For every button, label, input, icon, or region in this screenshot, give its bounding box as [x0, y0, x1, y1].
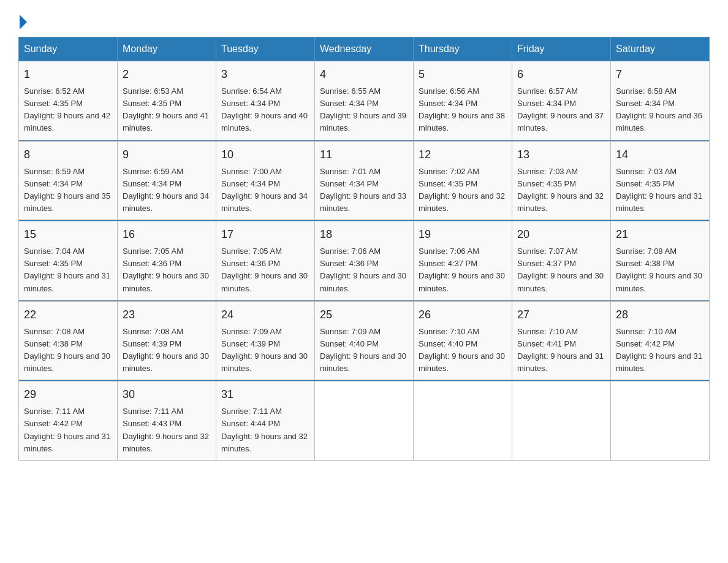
day-info: Sunrise: 7:03 AMSunset: 4:35 PMDaylight:… [616, 167, 702, 213]
calendar-week-row: 8 Sunrise: 6:59 AMSunset: 4:34 PMDayligh… [19, 141, 710, 220]
day-number: 10 [221, 147, 309, 163]
day-info: Sunrise: 6:58 AMSunset: 4:34 PMDaylight:… [616, 86, 702, 132]
calendar-cell [414, 381, 512, 461]
day-info: Sunrise: 6:59 AMSunset: 4:34 PMDaylight:… [123, 167, 209, 213]
calendar-cell: 9 Sunrise: 6:59 AMSunset: 4:34 PMDayligh… [118, 141, 216, 220]
day-number: 13 [517, 147, 605, 163]
day-number: 12 [419, 147, 507, 163]
calendar-week-row: 22 Sunrise: 7:08 AMSunset: 4:38 PMDaylig… [19, 301, 710, 380]
day-info: Sunrise: 7:10 AMSunset: 4:42 PMDaylight:… [616, 327, 702, 373]
calendar-cell: 2 Sunrise: 6:53 AMSunset: 4:35 PMDayligh… [118, 61, 216, 140]
calendar-cell: 5 Sunrise: 6:56 AMSunset: 4:34 PMDayligh… [414, 61, 512, 140]
day-info: Sunrise: 7:09 AMSunset: 4:40 PMDaylight:… [320, 327, 406, 373]
calendar-cell: 17 Sunrise: 7:05 AMSunset: 4:36 PMDaylig… [216, 221, 315, 301]
day-number: 16 [123, 226, 211, 243]
day-info: Sunrise: 7:04 AMSunset: 4:35 PMDaylight:… [24, 247, 110, 293]
calendar-cell [611, 381, 710, 461]
day-info: Sunrise: 7:06 AMSunset: 4:37 PMDaylight:… [419, 247, 505, 293]
day-number: 27 [517, 307, 605, 323]
calendar-cell: 15 Sunrise: 7:04 AMSunset: 4:35 PMDaylig… [19, 221, 118, 301]
calendar-cell: 16 Sunrise: 7:05 AMSunset: 4:36 PMDaylig… [118, 221, 216, 301]
calendar-week-row: 29 Sunrise: 7:11 AMSunset: 4:42 PMDaylig… [19, 381, 710, 461]
day-info: Sunrise: 7:01 AMSunset: 4:34 PMDaylight:… [320, 167, 406, 213]
day-number: 25 [320, 307, 408, 323]
calendar-cell: 22 Sunrise: 7:08 AMSunset: 4:38 PMDaylig… [19, 301, 118, 380]
calendar-cell: 14 Sunrise: 7:03 AMSunset: 4:35 PMDaylig… [611, 141, 710, 220]
day-info: Sunrise: 6:57 AMSunset: 4:34 PMDaylight:… [517, 86, 604, 132]
calendar-cell: 10 Sunrise: 7:00 AMSunset: 4:34 PMDaylig… [216, 141, 315, 220]
day-info: Sunrise: 7:00 AMSunset: 4:34 PMDaylight:… [221, 167, 308, 213]
day-info: Sunrise: 7:05 AMSunset: 4:36 PMDaylight:… [221, 247, 308, 293]
day-number: 4 [320, 66, 408, 83]
day-info: Sunrise: 7:10 AMSunset: 4:40 PMDaylight:… [419, 327, 505, 373]
day-number: 29 [24, 386, 112, 403]
day-info: Sunrise: 7:08 AMSunset: 4:39 PMDaylight:… [123, 327, 209, 373]
calendar-cell: 20 Sunrise: 7:07 AMSunset: 4:37 PMDaylig… [512, 221, 611, 301]
day-number: 26 [419, 307, 507, 323]
calendar-cell: 30 Sunrise: 7:11 AMSunset: 4:43 PMDaylig… [118, 381, 216, 461]
col-header-monday: Monday [118, 37, 216, 61]
col-header-tuesday: Tuesday [216, 37, 315, 61]
calendar-cell: 6 Sunrise: 6:57 AMSunset: 4:34 PMDayligh… [512, 61, 611, 140]
day-info: Sunrise: 7:10 AMSunset: 4:41 PMDaylight:… [517, 327, 604, 373]
calendar-cell: 3 Sunrise: 6:54 AMSunset: 4:34 PMDayligh… [216, 61, 315, 140]
calendar-cell: 21 Sunrise: 7:08 AMSunset: 4:38 PMDaylig… [611, 221, 710, 301]
day-number: 19 [419, 226, 507, 243]
day-info: Sunrise: 7:06 AMSunset: 4:36 PMDaylight:… [320, 247, 406, 293]
day-number: 15 [24, 226, 112, 243]
calendar-cell [315, 381, 414, 461]
day-number: 2 [123, 66, 211, 83]
day-number: 7 [616, 66, 704, 83]
day-number: 14 [616, 147, 704, 163]
day-number: 5 [419, 66, 507, 83]
calendar-cell: 24 Sunrise: 7:09 AMSunset: 4:39 PMDaylig… [216, 301, 315, 380]
calendar-cell: 29 Sunrise: 7:11 AMSunset: 4:42 PMDaylig… [19, 381, 118, 461]
day-number: 9 [123, 147, 211, 163]
col-header-friday: Friday [512, 37, 611, 61]
day-number: 31 [221, 386, 309, 403]
day-info: Sunrise: 7:02 AMSunset: 4:35 PMDaylight:… [419, 167, 505, 213]
day-number: 30 [123, 386, 211, 403]
day-info: Sunrise: 6:59 AMSunset: 4:34 PMDaylight:… [24, 167, 110, 213]
day-number: 11 [320, 147, 408, 163]
col-header-sunday: Sunday [19, 37, 118, 61]
day-info: Sunrise: 6:55 AMSunset: 4:34 PMDaylight:… [320, 86, 406, 132]
calendar-table: SundayMondayTuesdayWednesdayThursdayFrid… [18, 37, 710, 461]
calendar-cell: 18 Sunrise: 7:06 AMSunset: 4:36 PMDaylig… [315, 221, 414, 301]
calendar-cell: 26 Sunrise: 7:10 AMSunset: 4:40 PMDaylig… [414, 301, 512, 380]
day-info: Sunrise: 7:09 AMSunset: 4:39 PMDaylight:… [221, 327, 308, 373]
day-number: 20 [517, 226, 605, 243]
day-info: Sunrise: 7:11 AMSunset: 4:42 PMDaylight:… [24, 407, 110, 453]
day-number: 3 [221, 66, 309, 83]
page-header [18, 12, 710, 27]
day-info: Sunrise: 6:56 AMSunset: 4:34 PMDaylight:… [419, 86, 505, 132]
day-number: 1 [24, 66, 112, 83]
calendar-cell: 31 Sunrise: 7:11 AMSunset: 4:44 PMDaylig… [216, 381, 315, 461]
calendar-cell: 7 Sunrise: 6:58 AMSunset: 4:34 PMDayligh… [611, 61, 710, 140]
col-header-wednesday: Wednesday [315, 37, 414, 61]
calendar-cell: 8 Sunrise: 6:59 AMSunset: 4:34 PMDayligh… [19, 141, 118, 220]
calendar-cell: 28 Sunrise: 7:10 AMSunset: 4:42 PMDaylig… [611, 301, 710, 380]
day-number: 24 [221, 307, 309, 323]
day-info: Sunrise: 6:52 AMSunset: 4:35 PMDaylight:… [24, 86, 110, 132]
calendar-cell: 4 Sunrise: 6:55 AMSunset: 4:34 PMDayligh… [315, 61, 414, 140]
col-header-saturday: Saturday [611, 37, 710, 61]
day-number: 6 [517, 66, 605, 83]
day-number: 22 [24, 307, 112, 323]
calendar-cell: 27 Sunrise: 7:10 AMSunset: 4:41 PMDaylig… [512, 301, 611, 380]
day-info: Sunrise: 7:03 AMSunset: 4:35 PMDaylight:… [517, 167, 604, 213]
day-info: Sunrise: 6:54 AMSunset: 4:34 PMDaylight:… [221, 86, 308, 132]
calendar-cell: 23 Sunrise: 7:08 AMSunset: 4:39 PMDaylig… [118, 301, 216, 380]
day-info: Sunrise: 7:08 AMSunset: 4:38 PMDaylight:… [616, 247, 702, 293]
day-number: 23 [123, 307, 211, 323]
logo-arrow-icon [20, 15, 27, 29]
day-number: 21 [616, 226, 704, 243]
calendar-cell: 1 Sunrise: 6:52 AMSunset: 4:35 PMDayligh… [19, 61, 118, 140]
calendar-header-row: SundayMondayTuesdayWednesdayThursdayFrid… [19, 37, 710, 61]
calendar-cell: 13 Sunrise: 7:03 AMSunset: 4:35 PMDaylig… [512, 141, 611, 220]
calendar-cell [512, 381, 611, 461]
calendar-cell: 12 Sunrise: 7:02 AMSunset: 4:35 PMDaylig… [414, 141, 512, 220]
day-info: Sunrise: 7:11 AMSunset: 4:43 PMDaylight:… [123, 407, 209, 453]
calendar-week-row: 15 Sunrise: 7:04 AMSunset: 4:35 PMDaylig… [19, 221, 710, 301]
day-number: 17 [221, 226, 309, 243]
